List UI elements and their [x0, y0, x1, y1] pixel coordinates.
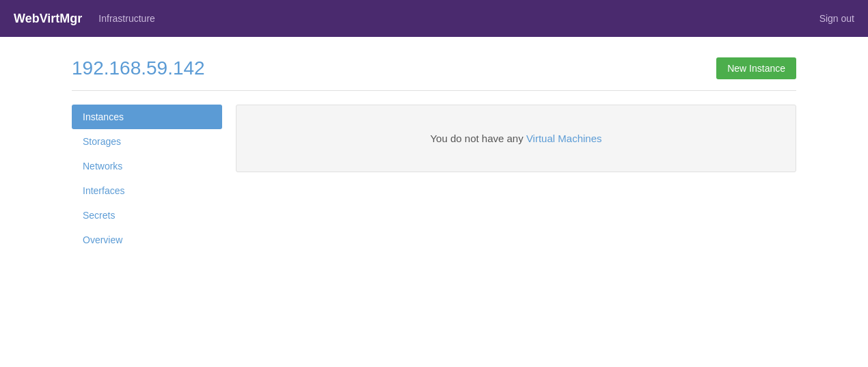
page-header: 192.168.59.142 New Instance — [72, 57, 796, 91]
sidebar-item-interfaces[interactable]: Interfaces — [72, 178, 222, 203]
sidebar-item-overview[interactable]: Overview — [72, 228, 222, 252]
sidebar: Instances Storages Networks Interfaces S… — [72, 105, 222, 252]
main-content: 192.168.59.142 New Instance Instances St… — [58, 37, 810, 273]
navbar-brand[interactable]: WebVirtMgr — [14, 12, 82, 26]
empty-message-highlight: Virtual Machines — [526, 133, 602, 144]
content-area: You do not have any Virtual Machines — [222, 105, 796, 252]
navbar-left: WebVirtMgr Infrastructure — [14, 12, 155, 26]
navbar: WebVirtMgr Infrastructure Sign out — [0, 0, 868, 37]
sidebar-item-secrets[interactable]: Secrets — [72, 203, 222, 228]
sidebar-item-networks[interactable]: Networks — [72, 154, 222, 178]
sign-out-link[interactable]: Sign out — [819, 13, 854, 24]
sidebar-item-instances[interactable]: Instances — [72, 105, 222, 129]
layout: Instances Storages Networks Interfaces S… — [72, 105, 796, 252]
page-title: 192.168.59.142 — [72, 57, 205, 79]
empty-message-text: You do not have any Virtual Machines — [430, 133, 601, 144]
empty-message-box: You do not have any Virtual Machines — [236, 105, 796, 172]
navbar-infrastructure-link[interactable]: Infrastructure — [98, 13, 154, 24]
sidebar-item-storages[interactable]: Storages — [72, 129, 222, 154]
new-instance-button[interactable]: New Instance — [716, 57, 796, 79]
